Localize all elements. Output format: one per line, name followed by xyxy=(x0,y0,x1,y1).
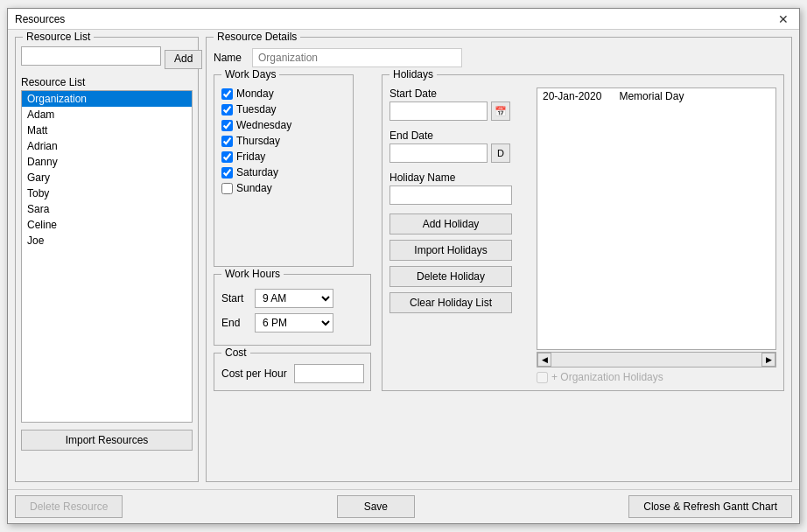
start-time-row: Start 6 AM7 AM8 AM9 AM10 AM xyxy=(221,289,363,308)
right-panel: Resource Details Name Work Days MondayTu… xyxy=(206,37,792,482)
resource-item[interactable]: Danny xyxy=(22,154,192,170)
resource-details-group: Resource Details Name Work Days MondayTu… xyxy=(206,37,792,482)
cost-per-hour-label: Cost per Hour xyxy=(221,368,287,380)
work-day-label: Monday xyxy=(236,88,274,100)
holiday-name-group: Holiday Name xyxy=(389,172,530,205)
holidays-list-area: 20-Jan-2020Memorial Day ◀ ▶ + Organizati… xyxy=(537,88,776,383)
work-day-label: Thursday xyxy=(236,135,280,147)
resource-details-title: Resource Details xyxy=(214,31,300,43)
close-button[interactable]: ✕ xyxy=(775,13,792,25)
end-date-row: Mon 06-Jan-2020 D xyxy=(389,144,530,163)
end-time-label: End xyxy=(221,317,248,329)
resource-item[interactable]: Adam xyxy=(22,107,192,122)
work-day-checkbox[interactable] xyxy=(221,151,233,163)
work-days-list: MondayTuesdayWednesdayThursdayFridaySatu… xyxy=(221,88,346,194)
holiday-name-label: Holiday Name xyxy=(389,172,530,184)
resource-list-box[interactable]: OrganizationAdamMattAdrianDannyGaryTobyS… xyxy=(21,90,193,423)
cost-per-hour-input[interactable] xyxy=(294,364,364,383)
clear-holiday-button[interactable]: Clear Holiday List xyxy=(389,292,512,313)
work-day-item: Monday xyxy=(221,88,346,100)
work-day-checkbox[interactable] xyxy=(221,88,233,100)
holidays-scrollbar: ◀ ▶ xyxy=(537,352,776,368)
resource-list-group: Resource List Add Resource List Organiza… xyxy=(15,37,199,482)
window-title: Resources xyxy=(15,13,65,25)
work-day-item: Sunday xyxy=(221,182,346,194)
holiday-name-input[interactable] xyxy=(389,186,512,205)
holidays-controls: Start Date Mon 06-Jan-2020 📅 xyxy=(389,88,530,383)
close-refresh-button[interactable]: Close & Refresh Gantt Chart xyxy=(628,495,792,518)
work-day-item: Thursday xyxy=(221,135,346,147)
work-day-label: Tuesday xyxy=(236,103,277,116)
work-day-checkbox[interactable] xyxy=(221,167,233,178)
end-date-label: End Date xyxy=(389,130,530,142)
work-hours-group: Work Hours Start 6 AM7 AM8 AM9 AM10 AM E… xyxy=(214,274,371,346)
left-panel: Resource List Add Resource List Organiza… xyxy=(15,37,199,482)
org-holidays-checkbox[interactable] xyxy=(537,372,548,383)
work-day-item: Saturday xyxy=(221,166,346,178)
resource-item[interactable]: Toby xyxy=(22,186,192,201)
cost-row: Cost per Hour xyxy=(221,364,363,383)
resource-item[interactable]: Sara xyxy=(22,201,192,217)
resource-list-label: Resource List xyxy=(21,76,193,88)
work-day-item: Tuesday xyxy=(221,103,346,116)
import-resources-button[interactable]: Import Resources xyxy=(21,430,193,451)
work-hours-title: Work Hours xyxy=(221,268,284,280)
start-date-group: Start Date Mon 06-Jan-2020 📅 xyxy=(389,88,530,121)
add-holiday-button[interactable]: Add Holiday xyxy=(389,214,512,234)
work-day-checkbox[interactable] xyxy=(221,104,233,116)
bottom-bar: Delete Resource Save Close & Refresh Gan… xyxy=(8,489,799,523)
cost-title: Cost xyxy=(221,346,250,359)
scroll-track xyxy=(551,353,761,367)
start-date-calendar-btn[interactable]: 📅 xyxy=(491,102,510,121)
name-input[interactable] xyxy=(252,48,462,67)
resource-item[interactable]: Celine xyxy=(22,217,192,233)
scroll-right-btn[interactable]: ▶ xyxy=(761,353,775,367)
holidays-list-box: 20-Jan-2020Memorial Day xyxy=(537,88,776,350)
holidays-group: Holidays Start Date Mon 06-Jan-2020 📅 xyxy=(382,74,784,391)
resources-window: Resources ✕ Resource List Add Resource L… xyxy=(7,8,800,524)
resource-search-input[interactable] xyxy=(21,46,161,66)
work-day-item: Wednesday xyxy=(221,119,346,131)
resource-item[interactable]: Joe xyxy=(22,233,192,248)
work-day-label: Friday xyxy=(236,150,265,163)
start-date-input[interactable]: Mon 06-Jan-2020 xyxy=(389,102,488,121)
add-resource-button[interactable]: Add xyxy=(165,50,202,69)
resource-item[interactable]: Gary xyxy=(22,170,192,186)
holidays-title: Holidays xyxy=(389,68,437,80)
left-section-col: Work Days MondayTuesdayWednesdayThursday… xyxy=(214,74,371,391)
start-time-select[interactable]: 6 AM7 AM8 AM9 AM10 AM xyxy=(255,289,333,308)
calendar-icon-2: D xyxy=(497,148,504,158)
name-row: Name xyxy=(214,48,784,67)
details-main: Work Days MondayTuesdayWednesdayThursday… xyxy=(214,74,784,391)
resource-list-group-title: Resource List xyxy=(23,31,94,43)
work-day-checkbox[interactable] xyxy=(221,136,233,147)
work-day-label: Sunday xyxy=(236,182,272,194)
work-day-checkbox[interactable] xyxy=(221,183,233,194)
holiday-name: Memorial Day xyxy=(619,90,684,102)
import-holidays-button[interactable]: Import Holidays xyxy=(389,240,512,261)
scroll-left-btn[interactable]: ◀ xyxy=(537,353,551,367)
save-button[interactable]: Save xyxy=(337,495,415,518)
resource-item[interactable]: Adrian xyxy=(22,138,192,154)
delete-holiday-button[interactable]: Delete Holiday xyxy=(389,266,512,287)
calendar-icon: 📅 xyxy=(495,106,507,117)
work-days-title: Work Days xyxy=(221,68,279,80)
cost-group: Cost Cost per Hour xyxy=(214,353,371,391)
resource-item[interactable]: Matt xyxy=(22,122,192,138)
end-date-input[interactable]: Mon 06-Jan-2020 xyxy=(389,144,488,163)
work-day-checkbox[interactable] xyxy=(221,120,233,131)
start-date-row: Mon 06-Jan-2020 📅 xyxy=(389,102,530,121)
main-content: Resource List Add Resource List Organiza… xyxy=(8,30,799,489)
end-time-select[interactable]: 3 PM4 PM5 PM6 PM7 PM xyxy=(255,313,333,332)
title-bar: Resources ✕ xyxy=(8,9,799,30)
work-day-label: Wednesday xyxy=(236,119,291,131)
work-day-item: Friday xyxy=(221,150,346,163)
delete-resource-button[interactable]: Delete Resource xyxy=(15,495,123,518)
start-date-label: Start Date xyxy=(389,88,530,100)
resource-item[interactable]: Organization xyxy=(22,91,192,107)
holiday-list-row: 20-Jan-2020Memorial Day xyxy=(537,88,775,104)
holiday-date: 20-Jan-2020 xyxy=(543,90,601,102)
start-time-label: Start xyxy=(221,292,248,304)
end-date-calendar-btn[interactable]: D xyxy=(491,144,510,163)
end-date-group: End Date Mon 06-Jan-2020 D xyxy=(389,130,530,163)
